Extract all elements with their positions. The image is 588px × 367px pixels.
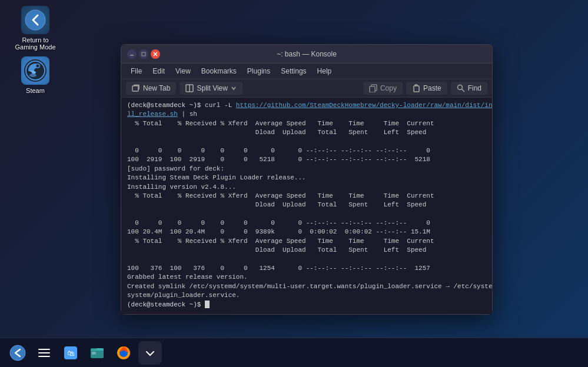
menu-view[interactable]: View bbox=[171, 65, 195, 77]
new-tab-button[interactable]: New Tab bbox=[126, 82, 176, 95]
taskbar: 🛍 bbox=[0, 338, 588, 367]
menu-file[interactable]: File bbox=[126, 65, 147, 77]
back-arrow-svg bbox=[25, 9, 46, 31]
svg-rect-11 bbox=[370, 86, 375, 92]
term-line-1: % Total % Received % Xferd Average Speed… bbox=[127, 119, 486, 128]
menu-bar: File Edit View Bookmarks Plugins Setting… bbox=[121, 64, 492, 79]
copy-button[interactable]: Copy bbox=[363, 82, 403, 95]
term-line-18: Grabbed latest release version. bbox=[127, 273, 486, 282]
more-icon bbox=[144, 347, 156, 359]
taskbar-files[interactable] bbox=[85, 341, 109, 365]
svg-point-4 bbox=[36, 65, 39, 68]
taskbar-firefox[interactable] bbox=[112, 341, 135, 365]
svg-text:🛍: 🛍 bbox=[67, 349, 75, 358]
term-line-7: Installing Steam Deck Plugin Loader rele… bbox=[127, 174, 486, 182]
copy-icon bbox=[369, 84, 377, 92]
term-line-17: 100 376 100 376 0 0 1254 0 --:--:-- --:-… bbox=[127, 264, 486, 273]
search-icon bbox=[457, 84, 465, 92]
maximize-icon bbox=[141, 52, 146, 56]
menu-help[interactable]: Help bbox=[313, 65, 337, 77]
copy-label: Copy bbox=[380, 84, 397, 92]
menu-bookmarks[interactable]: Bookmarks bbox=[197, 65, 241, 77]
close-button[interactable] bbox=[151, 49, 160, 59]
taskbar-discover[interactable]: 🛍 bbox=[59, 341, 82, 365]
taskbar-settings[interactable] bbox=[32, 341, 56, 365]
term-line-19: Created symlink /etc/systemd/system/mult… bbox=[127, 282, 486, 291]
term-line-6: [sudo] password for deck: bbox=[127, 165, 486, 174]
term-line-20: (deck@steamdeck ~)$ bbox=[127, 301, 486, 309]
title-bar: ~: bash — Konsole bbox=[121, 45, 492, 64]
close-icon bbox=[153, 52, 158, 56]
desktop-icons: Return toGaming Mode Steam bbox=[12, 6, 59, 94]
term-line-12: 0 0 0 0 0 0 0 0 --:--:-- --:--:-- --:--:… bbox=[127, 219, 486, 228]
menu-settings[interactable]: Settings bbox=[276, 65, 311, 77]
paste-button[interactable]: Paste bbox=[406, 82, 447, 95]
maximize-button[interactable] bbox=[139, 49, 148, 59]
taskbar-more[interactable] bbox=[138, 341, 162, 365]
steam-desktop-icon[interactable]: Steam bbox=[12, 56, 59, 94]
menu-edit[interactable]: Edit bbox=[148, 65, 170, 77]
svg-rect-12 bbox=[414, 86, 419, 92]
paste-icon bbox=[412, 84, 420, 92]
svg-rect-7 bbox=[132, 86, 138, 91]
new-tab-label: New Tab bbox=[143, 84, 170, 92]
term-line-10: Dload Upload Total Spent Left Speed bbox=[127, 201, 486, 209]
term-line-5: 100 2919 100 2919 0 0 5218 0 --:--:-- --… bbox=[127, 155, 486, 164]
term-line-11 bbox=[127, 210, 486, 219]
svg-rect-6 bbox=[142, 52, 145, 56]
find-label: Find bbox=[468, 84, 481, 92]
svg-rect-22 bbox=[92, 352, 96, 355]
new-tab-icon bbox=[132, 84, 140, 92]
konsole-window: ~: bash — Konsole File Edit View Bookmar… bbox=[121, 44, 493, 315]
chevron-down-icon bbox=[231, 85, 237, 91]
svg-point-25 bbox=[121, 351, 126, 355]
steam-logo-svg bbox=[24, 59, 47, 82]
minimize-button[interactable] bbox=[127, 49, 137, 59]
split-view-button[interactable]: Split View bbox=[180, 82, 242, 95]
term-line-3 bbox=[127, 138, 486, 146]
svg-point-5 bbox=[29, 74, 36, 77]
split-view-label: Split View bbox=[197, 84, 227, 92]
term-line-9: % Total % Received % Xferd Average Speed… bbox=[127, 192, 486, 201]
term-line-13: 100 20.4M 100 20.4M 0 0 9389k 0 0:00:02 … bbox=[127, 228, 486, 236]
term-line-0b: ll_release.sh | sh bbox=[127, 110, 486, 119]
files-icon bbox=[89, 345, 105, 361]
terminal-content[interactable]: (deck@steamdeck ~)$ curl -L https://gith… bbox=[121, 98, 492, 314]
toolbar: New Tab Split View Copy Paste Find bbox=[121, 79, 492, 98]
steam-icon-img bbox=[21, 56, 49, 85]
gaming-mode-icon bbox=[9, 345, 26, 361]
find-button[interactable]: Find bbox=[451, 82, 487, 95]
term-line-4: 0 0 0 0 0 0 0 0 --:--:-- --:--:-- --:--:… bbox=[127, 146, 486, 155]
minimize-icon bbox=[129, 52, 134, 56]
discover-icon: 🛍 bbox=[62, 345, 79, 361]
firefox-icon bbox=[115, 345, 132, 361]
window-controls bbox=[127, 49, 160, 59]
term-line-14: % Total % Received % Xferd Average Speed… bbox=[127, 237, 486, 246]
return-icon-img bbox=[21, 6, 49, 34]
window-title: ~: bash — Konsole bbox=[160, 50, 453, 58]
taskbar-gaming-mode[interactable] bbox=[6, 341, 29, 365]
term-line-0: (deck@steamdeck ~)$ curl -L https://gith… bbox=[127, 101, 486, 110]
split-view-icon bbox=[185, 84, 194, 92]
menu-plugins[interactable]: Plugins bbox=[242, 65, 275, 77]
paste-label: Paste bbox=[423, 84, 441, 92]
svg-point-15 bbox=[10, 345, 25, 361]
term-line-19b: system/plugin_loader.service. bbox=[127, 291, 486, 300]
svg-point-13 bbox=[457, 85, 462, 90]
term-line-16 bbox=[127, 255, 486, 264]
settings-icon bbox=[36, 345, 52, 361]
return-to-gaming-label: Return toGaming Mode bbox=[15, 36, 55, 51]
steam-label: Steam bbox=[26, 87, 45, 94]
return-to-gaming-icon[interactable]: Return toGaming Mode bbox=[12, 6, 59, 51]
term-line-2: Dload Upload Total Spent Left Speed bbox=[127, 128, 486, 137]
term-line-8: Installing version v2.4.8... bbox=[127, 183, 486, 192]
term-line-15: Dload Upload Total Spent Left Speed bbox=[127, 246, 486, 255]
svg-line-14 bbox=[461, 89, 464, 92]
svg-point-0 bbox=[25, 10, 45, 30]
